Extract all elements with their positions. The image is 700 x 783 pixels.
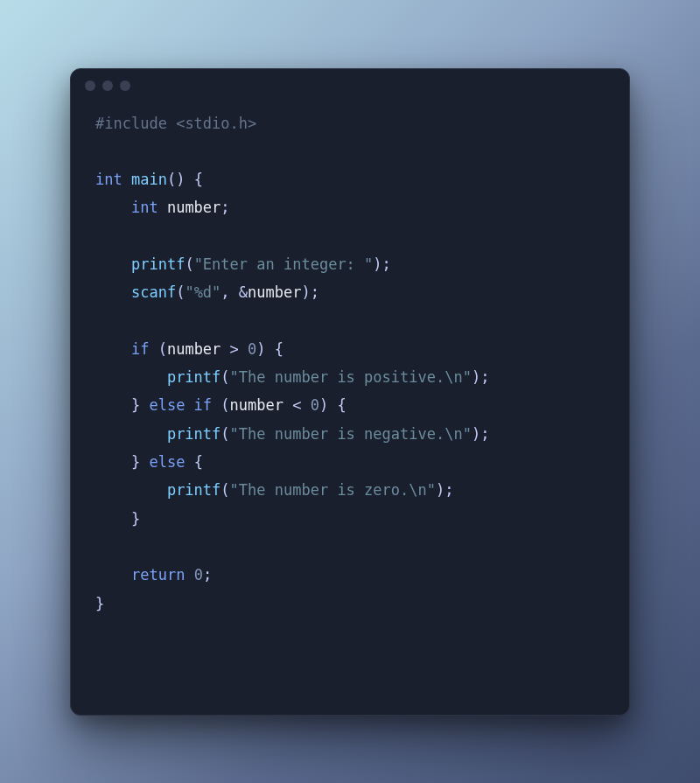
token-function: printf (167, 481, 220, 499)
token-keyword: else if (140, 396, 212, 414)
token-identifier: number (158, 199, 221, 216)
token-identifier: number (248, 283, 301, 301)
window-control-minimize[interactable] (102, 80, 113, 91)
token-operator: > (220, 340, 248, 358)
token-include-header: <stdio.h> (176, 115, 256, 132)
token-punct: ); (436, 481, 453, 499)
token-indent (95, 340, 131, 358)
token-function: printf (167, 425, 220, 443)
token-string: "Enter an integer: " (194, 255, 374, 273)
token-punct: ( (185, 255, 193, 273)
token-type: int (131, 199, 158, 216)
token-punct: ; (203, 566, 212, 584)
token-function: scanf (131, 283, 176, 301)
token-string: "The number is zero.\n" (230, 481, 436, 499)
token-space (185, 566, 193, 584)
token-identifier: number (167, 340, 220, 358)
token-indent (95, 510, 131, 528)
token-punct: ) { (319, 396, 346, 414)
token-type: int (95, 171, 122, 188)
token-string: "The number is positive.\n" (230, 368, 472, 386)
token-punct: ) { (256, 340, 284, 358)
window-control-zoom[interactable] (120, 80, 130, 91)
token-function: main (131, 171, 167, 188)
token-indent (95, 453, 131, 471)
token-number: 0 (248, 340, 256, 358)
token-punct: { (185, 453, 202, 471)
token-indent (95, 368, 167, 386)
token-keyword: if (131, 340, 149, 358)
code-block: #include <stdio.h> int main() { int numb… (71, 102, 629, 642)
token-number: 0 (194, 566, 203, 584)
token-indent (95, 566, 131, 584)
code-window: #include <stdio.h> int main() { int numb… (70, 68, 630, 716)
token-punct: ( (176, 283, 185, 301)
window-titlebar (71, 69, 629, 102)
token-punct: ( (220, 481, 229, 499)
token-preprocessor: #include (95, 115, 167, 132)
token-punct: ); (301, 283, 318, 301)
token-identifier: number (230, 396, 284, 414)
token-string: "The number is negative.\n" (230, 425, 472, 443)
token-punct: ( (212, 396, 229, 414)
token-operator: < (284, 396, 311, 414)
token-punct: ); (472, 425, 489, 443)
token-string: "%d" (185, 283, 220, 301)
token-function: printf (131, 255, 185, 273)
window-control-close[interactable] (85, 80, 95, 91)
token-punct: ; (220, 199, 229, 216)
token-indent (95, 255, 131, 273)
token-punct: () (167, 171, 185, 188)
token-punct: ); (472, 368, 489, 386)
token-punct: ( (220, 368, 229, 386)
token-punct: ( (220, 425, 229, 443)
token-function: printf (167, 368, 220, 386)
token-punct: } (131, 396, 140, 414)
token-punct: ( (149, 340, 166, 358)
token-punct: } (131, 510, 140, 528)
token-indent (95, 283, 131, 301)
token-indent (95, 396, 131, 414)
token-keyword: else (140, 453, 185, 471)
token-indent (95, 199, 131, 216)
token-punct: , & (220, 283, 248, 301)
token-keyword: return (131, 566, 185, 584)
token-punct: } (131, 453, 140, 471)
token-indent (95, 481, 167, 499)
token-punct: { (185, 171, 202, 188)
token-indent (95, 425, 167, 443)
token-punct: ); (373, 255, 390, 273)
token-number: 0 (311, 396, 319, 414)
token-punct: } (95, 595, 104, 612)
